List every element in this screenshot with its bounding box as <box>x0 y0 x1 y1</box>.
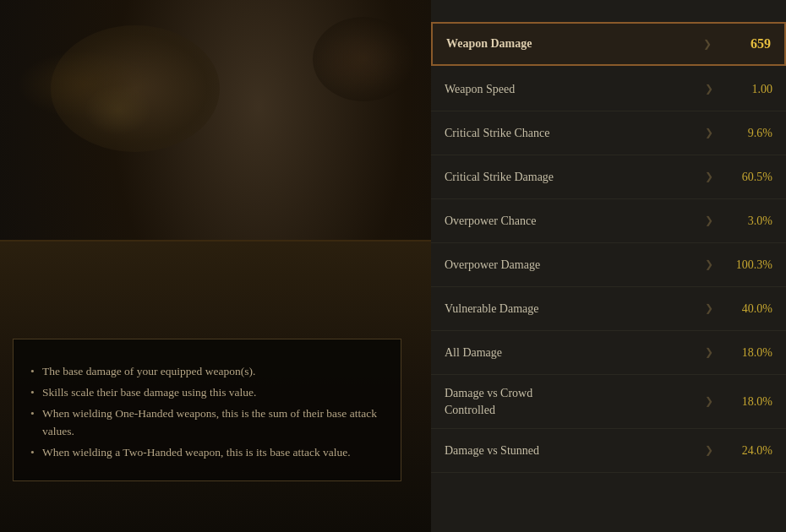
stat-arrow-icon: ❯ <box>705 444 713 457</box>
section-header <box>431 0 786 20</box>
stat-name: Vulnerable Damage <box>445 302 696 316</box>
tooltip-bullet: When wielding One-Handed weapons, this i… <box>30 405 384 440</box>
tooltip-bullet: Skills scale their base damage using thi… <box>30 384 384 401</box>
scene-detail-2 <box>85 84 152 135</box>
stat-value: 3.0% <box>722 214 772 228</box>
stat-name: Weapon Damage <box>446 37 695 51</box>
stat-arrow-icon: ❯ <box>705 346 713 359</box>
scene-detail-3 <box>313 34 397 93</box>
stat-value: 24.0% <box>722 444 772 458</box>
stat-value: 1.00 <box>722 83 772 96</box>
stat-value: 40.0% <box>722 302 772 316</box>
stat-row: Critical Strike Chance❯9.6% <box>431 111 786 155</box>
stat-value: 18.0% <box>722 395 772 409</box>
stat-row: All Damage❯18.0% <box>431 331 786 375</box>
stat-value: 9.6% <box>722 127 772 140</box>
stat-value: 60.5% <box>722 171 772 184</box>
stat-arrow-icon: ❯ <box>705 395 713 408</box>
stat-name-wrap: Damage vs CrowdControlled <box>445 385 696 418</box>
stat-name: Overpower Damage <box>445 258 696 272</box>
stat-arrow-icon: ❯ <box>705 214 713 227</box>
stat-name: All Damage <box>445 346 696 360</box>
stat-name: Overpower Chance <box>445 214 696 228</box>
stat-arrow-icon: ❯ <box>705 127 713 139</box>
stats-list: Weapon Damage❯659Weapon Speed❯1.00Critic… <box>431 20 786 532</box>
stat-name: Damage vs Crowd <box>445 385 696 402</box>
tooltip-bullet: The base damage of your equipped weapon(… <box>30 363 384 380</box>
stat-name: Critical Strike Chance <box>445 127 696 140</box>
stat-value: 659 <box>720 36 771 52</box>
tooltip-bullet: When wielding a Two-Handed weapon, this … <box>30 444 384 461</box>
right-panel: Weapon Damage❯659Weapon Speed❯1.00Critic… <box>431 0 786 532</box>
stat-name: Controlled <box>445 402 696 419</box>
stat-name: Damage vs Stunned <box>445 444 696 458</box>
stat-value: 18.0% <box>722 346 772 360</box>
stat-name: Critical Strike Damage <box>445 171 696 184</box>
stat-value: 100.3% <box>722 258 772 272</box>
stat-row: Weapon Damage❯659 <box>431 22 786 66</box>
stat-arrow-icon: ❯ <box>705 258 713 271</box>
left-panel: The base damage of your equipped weapon(… <box>0 0 431 532</box>
tooltip-box: The base damage of your equipped weapon(… <box>13 339 401 481</box>
stat-arrow-icon: ❯ <box>705 171 713 183</box>
stat-arrow-icon: ❯ <box>705 302 713 315</box>
tooltip-bullets: The base damage of your equipped weapon(… <box>30 363 384 461</box>
stat-name: Weapon Speed <box>445 83 696 96</box>
stat-row: Damage vs Stunned❯24.0% <box>431 429 786 473</box>
stat-arrow-icon: ❯ <box>703 38 712 51</box>
stat-row: Overpower Damage❯100.3% <box>431 243 786 287</box>
stat-row: Critical Strike Damage❯60.5% <box>431 155 786 199</box>
stat-row: Damage vs CrowdControlled❯18.0% <box>431 375 786 429</box>
stat-row: Overpower Chance❯3.0% <box>431 199 786 243</box>
stat-row: Vulnerable Damage❯40.0% <box>431 287 786 331</box>
stat-row: Weapon Speed❯1.00 <box>431 68 786 111</box>
stat-arrow-icon: ❯ <box>705 83 713 95</box>
